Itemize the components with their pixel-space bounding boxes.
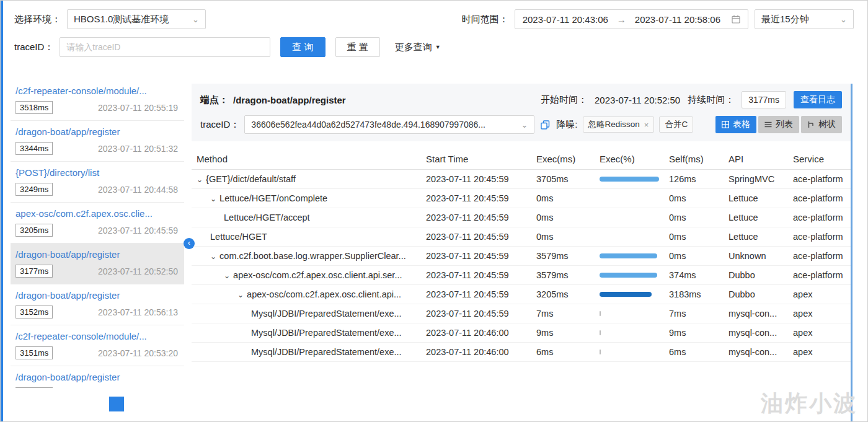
reset-button[interactable]: 重 置 [335,37,380,57]
trace-list-item[interactable]: /dragon-boat/app/register 3134ms 2023-07… [11,366,184,388]
column-header: Self(ms) [664,149,724,170]
env-label: 选择环境： [14,14,61,25]
table-row[interactable]: Lettuce/HGET/accept 2023-07-11 20:45:59 … [192,208,851,227]
method-cell: Lettuce/HGET [192,227,421,247]
method-cell: Lettuce/HGET/accept [192,208,421,227]
self-ms-cell: 374ms [664,266,724,285]
trace-list-item[interactable]: /dragon-boat/app/register 3152ms 2023-07… [11,284,184,325]
noise-tag[interactable]: 合并C [659,116,693,133]
exec-ms-cell: 3205ms [531,285,595,304]
traceid-input[interactable] [60,37,270,57]
trace-list-item[interactable]: {POST}/directory/list 3249ms 2023-07-11 … [11,162,184,203]
exec-ms-cell: 3579ms [531,247,595,266]
method-name: {GET}/dict/default/staff [206,174,296,184]
noise-tag[interactable]: 忽略Redisson × [583,116,655,133]
exec-ms-cell: 0ms [531,227,595,247]
expand-caret-icon[interactable]: ⌄ [210,252,216,261]
close-icon[interactable]: × [644,120,649,130]
start-time-label: 开始时间： [541,94,587,106]
api-cell: Lettuce [724,227,788,247]
method-name: Mysql/JDBI/PreparedStatement/exe... [251,347,402,357]
exec-ms-cell: 9ms [531,323,595,343]
api-cell: SpringMVC [724,170,788,189]
service-cell: ace-platform [788,247,851,266]
table-row[interactable]: Mysql/JDBI/PreparedStatement/exe... 2023… [192,323,851,343]
trace-meta: 3205ms 2023-07-11 20:45:59 [16,224,178,237]
method-name: Lettuce/HGET/onComplete [219,193,327,203]
table-row[interactable]: ⌄{GET}/dict/default/staff 2023-07-11 20:… [192,170,851,189]
duration-badge: 3177ms [16,265,53,278]
more-query-link[interactable]: 更多查询 ▼ [395,42,441,53]
trace-list-item[interactable]: /c2f-repeater-console/module/... 3518ms … [11,80,184,121]
expand-caret-icon[interactable]: ⌄ [237,291,244,299]
start-time-cell: 2023-07-11 20:45:59 [421,208,531,227]
expand-caret-icon[interactable]: ⌄ [224,271,230,280]
time-start-value[interactable]: 2023-07-11 20:43:06 [523,14,608,25]
trace-list-item[interactable]: /dragon-boat/app/register 3344ms 2023-07… [11,121,184,162]
trace-meta: 3249ms 2023-07-11 20:44:58 [16,183,178,196]
chevron-down-icon: ⌄ [192,15,199,24]
chevron-down-icon: ⌄ [521,120,528,130]
pagination-item[interactable] [109,397,124,411]
content-area: /c2f-repeater-console/module/... 3518ms … [3,80,867,421]
time-range-picker[interactable]: 2023-07-11 20:43:06 → 2023-07-11 20:58:0… [515,9,748,29]
view-toggle-table[interactable]: 表格 [715,116,756,133]
column-header: API [724,149,788,170]
trace-list-item[interactable]: apex-osc/com.c2f.apex.osc.clie... 3205ms… [11,203,184,244]
exec-percent-cell [595,285,664,304]
view-toggle-list[interactable]: 列表 [758,116,799,133]
api-cell: Dubbo [724,266,788,285]
trace-list-sidebar: /c2f-repeater-console/module/... 3518ms … [3,80,184,421]
duration-badge: 3151ms [16,346,53,359]
table-grid-icon [722,121,729,128]
view-logs-button[interactable]: 查看日志 [794,91,842,108]
method-cell: ⌄Lettuce/HGET/onComplete [192,189,421,208]
time-end-value[interactable]: 2023-07-11 20:58:06 [635,14,720,25]
exec-ms-cell: 3705ms [531,170,595,189]
table-row[interactable]: ⌄apex-osc/com.c2f.apex.osc.client.api.se… [192,266,851,285]
service-cell: ace-platform [788,170,851,189]
view-toggle-tree[interactable]: 树状 [801,116,842,133]
table-row[interactable]: Mysql/JDBI/PreparedStatement/exe... 2023… [192,343,851,362]
form-row-environment: 选择环境： HBOS1.0测试基准环境 ⌄ 时间范围： 2023-07-11 2… [14,9,854,29]
traceid-value: 36606e562fea44d0a62d527473fe48de.494.168… [251,120,485,130]
query-button[interactable]: 查 询 [280,37,325,57]
trace-list-item[interactable]: /dragon-boat/app/register 3177ms 2023-07… [11,244,184,284]
start-time-cell: 2023-07-11 20:45:59 [421,170,531,189]
left-accent-bar [1,1,3,421]
method-cell: ⌄{GET}/dict/default/staff [192,170,421,189]
detail-header-right: 开始时间： 2023-07-11 20:52:50 持续时间： 3177ms 查… [541,91,842,108]
time-preset-value: 最近15分钟 [761,14,809,25]
sidebar-collapse-button[interactable]: ‹ [184,238,195,249]
table-row[interactable]: Lettuce/HGET 2023-07-11 20:45:59 0ms 0ms… [192,227,851,247]
method-name: Mysql/JDBI/PreparedStatement/exe... [251,309,402,319]
method-name: apex-osc/com.c2f.apex.osc.client.api.ser… [233,270,402,280]
environment-select[interactable]: HBOS1.0测试基准环境 ⌄ [67,9,206,29]
environment-value: HBOS1.0测试基准环境 [74,14,169,25]
trace-timestamp: 2023-07-11 20:56:13 [98,307,178,317]
exec-percent-cell [595,323,664,343]
detail-header-row-1: 端点： /dragon-boat/app/register 开始时间： 2023… [200,91,842,108]
start-time-cell: 2023-07-11 20:45:59 [421,189,531,208]
self-ms-cell: 7ms [664,304,724,323]
traceid-select[interactable]: 36606e562fea44d0a62d527473fe48de.494.168… [244,115,534,134]
expand-caret-icon[interactable]: ⌄ [197,175,203,184]
copy-icon[interactable] [541,120,550,130]
table-row[interactable]: ⌄com.c2f.boot.base.log.wrapper.SupplierC… [192,247,851,266]
service-cell: apex [788,304,851,323]
start-time-value: 2023-07-11 20:52:50 [595,95,680,105]
service-cell: ace-platform [788,208,851,227]
method-name: Lettuce/HGET [210,232,267,242]
trace-list-item[interactable]: /c2f-repeater-console/module/... 3151ms … [11,325,184,366]
trace-timestamp: 2023-07-11 20:52:50 [98,266,178,276]
self-ms-cell: 9ms [664,323,724,343]
table-row[interactable]: ⌄apex-osc/com.c2f.apex.osc.client.api...… [192,285,851,304]
expand-caret-icon[interactable]: ⌄ [210,195,216,203]
time-preset-select[interactable]: 最近15分钟 ⌄ [755,9,854,29]
exec-percent-cell [595,208,664,227]
method-cell: Mysql/JDBI/PreparedStatement/exe... [192,343,421,362]
table-row[interactable]: Mysql/JDBI/PreparedStatement/exe... 2023… [192,304,851,323]
detail-header-row-2: traceID： 36606e562fea44d0a62d527473fe48d… [200,115,842,134]
table-row[interactable]: ⌄Lettuce/HGET/onComplete 2023-07-11 20:4… [192,189,851,208]
service-cell: ace-platform [788,266,851,285]
